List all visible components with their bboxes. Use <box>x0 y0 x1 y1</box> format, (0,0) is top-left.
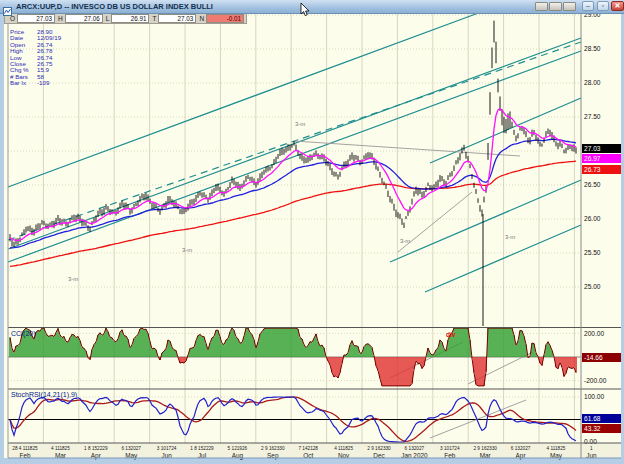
maximize-button[interactable]: ▫ <box>597 1 609 11</box>
cci-axis-tick: 200.00 <box>584 330 605 337</box>
stoch-d-badge: 43.32 <box>582 424 621 433</box>
titlebar-tool-button-3[interactable] <box>563 2 576 11</box>
y-axis-tick: 26.00 <box>584 215 601 222</box>
x-axis-day-ticks: 4 111825 <box>334 446 353 451</box>
x-axis-day-ticks: 2 9 162330 <box>473 446 497 451</box>
last-value: 27.03 <box>158 14 196 23</box>
annotation-3m: 3-m <box>295 121 305 127</box>
x-axis-month-label: Feb <box>19 452 30 459</box>
ma200-value-badge: 26.73 <box>582 165 621 174</box>
annotation-3m: 3-m <box>505 234 515 240</box>
ema-value-badge: 26.97 <box>582 154 621 163</box>
chart-window: 3-m3-m3-m3-m3-m29.0028.5028.0027.5026.50… <box>0 0 624 464</box>
x-axis-month-label: Jun <box>161 452 172 459</box>
x-axis-day-ticks: 2 9 162330 <box>261 446 285 451</box>
low-value: 26.91 <box>111 14 149 23</box>
stoch-axis-tick: 100.00 <box>584 393 605 400</box>
data-window: Price28.90 Date12/09/19 Open26.74 High26… <box>10 29 61 87</box>
x-axis-month-label: Jan 2020 <box>401 452 428 459</box>
chart-background <box>4 13 621 458</box>
y-axis-tick: 28.00 <box>584 79 601 86</box>
low-label: L <box>106 15 110 22</box>
x-axis-month-label: Dec <box>373 452 385 459</box>
cci-value-badge: -14.66 <box>582 353 621 362</box>
y-axis-tick: 28.50 <box>584 45 601 52</box>
x-axis-day-ticks: 1 8 152229 <box>84 446 108 451</box>
x-axis-day-ticks: 28 4 111825 <box>12 446 38 451</box>
minimize-button[interactable]: – <box>582 1 594 11</box>
x-axis-day-ticks: 3 101724 <box>440 446 460 451</box>
x-axis-day-ticks: 7 142128 <box>298 446 318 451</box>
chart-canvas[interactable]: 3-m3-m3-m3-m3-m29.0028.5028.0027.5026.50… <box>0 0 624 464</box>
annotation-3m: 3-m <box>182 247 192 253</box>
net-change-value: -0.01 <box>206 14 244 23</box>
net-label: N <box>199 15 204 22</box>
last-label: T <box>152 15 156 22</box>
cci-panel-label: CCI(20) <box>11 330 36 337</box>
x-axis-day-ticks: 5 121926 <box>228 446 248 451</box>
x-axis-day-ticks: 2 9 162330 <box>367 446 391 451</box>
annotation-3m: 3-m <box>400 238 410 244</box>
x-axis-month-label: Jun <box>586 452 597 459</box>
high-value: 27.06 <box>65 14 103 23</box>
title-bar[interactable]: ARCX:UUP,D -- INVESCO DB US DOLLAR INDEX… <box>0 0 624 14</box>
x-axis-day-ticks: 6 132027 <box>511 446 531 451</box>
open-value: 27.03 <box>17 14 55 23</box>
y-axis-tick: 26.50 <box>584 181 601 188</box>
mouse-cursor <box>300 3 312 21</box>
last-price-badge: 27.03 <box>582 144 621 153</box>
x-axis-month-label: Mar <box>55 452 67 459</box>
titlebar-tool-button-2[interactable] <box>549 2 562 11</box>
stoch-axis-tick: 0.00 <box>584 438 597 445</box>
close-button[interactable]: ✕ <box>611 1 624 11</box>
stoch-k-badge: 61.68 <box>582 414 621 423</box>
annotation-3m: 3-m <box>68 276 78 282</box>
window-title: ARCX:UUP,D -- INVESCO DB US DOLLAR INDEX… <box>16 2 213 11</box>
x-axis-day-ticks: 6 132027 <box>121 446 141 451</box>
x-axis-day-ticks: 4 111825 <box>547 446 566 451</box>
y-axis-tick: 25.50 <box>584 249 601 256</box>
app-icon <box>3 2 12 20</box>
y-axis-tick: 25.00 <box>584 283 601 290</box>
x-axis-month-label: Feb <box>444 452 455 459</box>
x-axis-day-ticks: 1 8 152229 <box>190 446 214 451</box>
info-label: Bar Ix <box>10 80 37 86</box>
cci-axis-tick: -200.00 <box>584 377 607 384</box>
y-axis-tick: 27.50 <box>584 113 601 120</box>
stoch-panel-label: StochRSI(14,21(1),9) <box>11 391 77 398</box>
x-axis-day-ticks: 4 111825 <box>51 446 70 451</box>
x-axis-day-ticks: 3 101724 <box>157 446 177 451</box>
x-axis-month-label: Mar <box>480 452 492 459</box>
x-axis-day-ticks: 6 132027 <box>405 446 425 451</box>
divergence-annotation: div <box>446 331 455 338</box>
x-axis-month-label: Jul <box>198 452 206 459</box>
quote-bar: O 27.03 H 27.06 L 26.91 T 27.03 N -0.01 <box>4 13 247 24</box>
info-value: -109 <box>37 80 49 86</box>
x-axis-month-label: Oct <box>303 452 313 459</box>
x-axis-month-label: Nov <box>338 452 350 459</box>
high-label: H <box>58 15 63 22</box>
titlebar-tool-button-1[interactable] <box>535 2 548 11</box>
x-axis-day-ticks: 1 <box>590 446 593 451</box>
